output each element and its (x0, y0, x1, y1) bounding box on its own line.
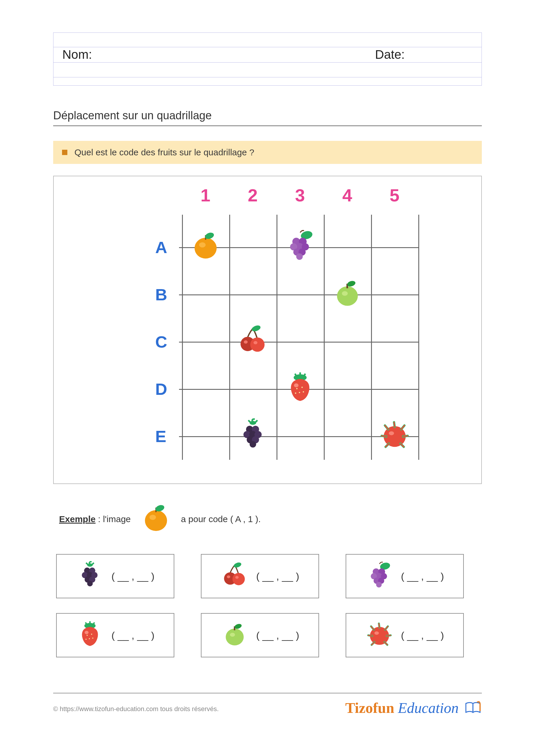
example-after: a pour code ( A , 1 ). (181, 514, 261, 524)
row-header: A (155, 238, 167, 257)
grapes-icon (284, 230, 316, 262)
page-footer: © https://www.tizofun-education.com tous… (53, 693, 482, 719)
question-bar: Quel est le code des fruits sur le quadr… (53, 141, 482, 164)
name-label: Nom: (62, 47, 92, 62)
answer-blank: ( __ , __ ) (111, 630, 155, 641)
answer-blank: ( __ , __ ) (256, 571, 299, 582)
strawberry-icon (284, 371, 316, 404)
row-header: B (155, 285, 167, 304)
dragonfruit-icon (365, 620, 393, 651)
answer-box[interactable]: ( __ , __ ) (346, 613, 464, 657)
example-before: : l'image (98, 514, 131, 524)
blackberry-icon (237, 418, 269, 451)
answer-blank: ( __ , __ ) (401, 630, 444, 641)
column-header: 5 (390, 185, 399, 205)
question-text: Quel est le code des fruits sur le quadr… (74, 148, 254, 157)
column-header: 1 (201, 185, 210, 205)
column-header: 2 (248, 185, 258, 205)
grapes-icon (365, 561, 393, 591)
copyright-text: © https://www.tizofun-education.com tous… (53, 705, 219, 713)
orange-icon (189, 230, 222, 262)
blackberry-icon (76, 561, 104, 591)
answer-box[interactable]: ( __ , __ ) (56, 613, 174, 657)
column-header: 3 (295, 185, 305, 205)
answer-box[interactable]: ( __ , __ ) (201, 554, 319, 598)
row-header: D (155, 379, 167, 399)
answer-blank: ( __ , __ ) (401, 571, 444, 582)
cherries-icon (221, 561, 249, 591)
guava-icon (221, 620, 249, 651)
column-header: 4 (342, 185, 352, 205)
example-row: Exemple : l'image a pour code ( A , 1 ). (59, 502, 482, 536)
dragonfruit-icon (379, 418, 411, 451)
answer-boxes: ( __ , __ )( __ , __ )( __ , __ )( __ , … (53, 554, 482, 657)
cherries-icon (237, 324, 269, 357)
answer-box[interactable]: ( __ , __ ) (56, 554, 174, 598)
book-icon (464, 700, 482, 719)
date-label: Date: (375, 47, 405, 62)
answer-blank: ( __ , __ ) (111, 571, 155, 582)
example-label: Exemple (59, 514, 96, 524)
section-title: Déplacement sur un quadrillage (53, 109, 482, 126)
guava-icon (331, 277, 364, 309)
answer-box[interactable]: ( __ , __ ) (346, 554, 464, 598)
strawberry-icon (76, 620, 104, 651)
answer-box[interactable]: ( __ , __ ) (201, 613, 319, 657)
row-header: C (155, 332, 167, 351)
name-date-header: Nom: Date: (53, 33, 482, 86)
coordinate-grid: 12345ABCDE (105, 185, 430, 466)
row-header: E (155, 427, 166, 446)
grid-frame: 12345ABCDE (53, 176, 482, 484)
answer-blank: ( __ , __ ) (256, 630, 299, 641)
brand-logo: Tizofun Education (345, 699, 482, 719)
example-fruit-icon (140, 502, 172, 536)
bullet-icon (62, 150, 67, 155)
